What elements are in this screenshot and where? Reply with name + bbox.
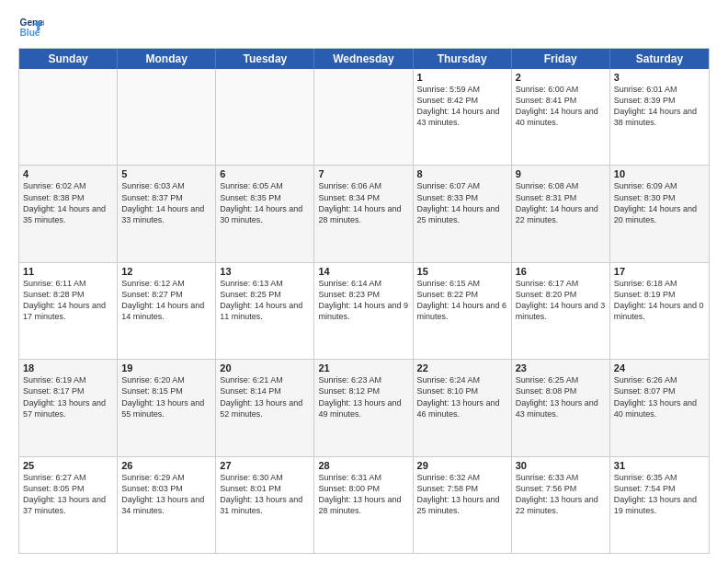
- cell-info: Sunrise: 6:02 AMSunset: 8:38 PMDaylight:…: [23, 180, 113, 225]
- logo: General Blue: [18, 15, 44, 40]
- calendar-cell: 18 Sunrise: 6:19 AMSunset: 8:17 PMDaylig…: [19, 360, 118, 455]
- day-number: 22: [417, 362, 507, 373]
- day-number: 19: [121, 362, 211, 373]
- cell-info: Sunrise: 6:01 AMSunset: 8:39 PMDaylight:…: [614, 84, 705, 129]
- calendar-cell: 7 Sunrise: 6:06 AMSunset: 8:34 PMDayligh…: [314, 166, 413, 261]
- cell-info: Sunrise: 6:19 AMSunset: 8:17 PMDaylight:…: [23, 374, 113, 419]
- day-number: 8: [417, 168, 507, 179]
- cell-info: Sunrise: 6:03 AMSunset: 8:37 PMDaylight:…: [121, 180, 211, 225]
- calendar-cell: 6 Sunrise: 6:05 AMSunset: 8:35 PMDayligh…: [216, 166, 314, 261]
- day-number: 13: [220, 266, 310, 277]
- cell-info: Sunrise: 6:31 AMSunset: 8:00 PMDaylight:…: [318, 472, 408, 517]
- calendar-cell: 9 Sunrise: 6:08 AMSunset: 8:31 PMDayligh…: [512, 166, 610, 261]
- cell-info: Sunrise: 6:12 AMSunset: 8:27 PMDaylight:…: [121, 278, 211, 323]
- calendar-cell: 4 Sunrise: 6:02 AMSunset: 8:38 PMDayligh…: [19, 166, 118, 261]
- day-number: 12: [121, 266, 211, 277]
- cell-info: Sunrise: 6:15 AMSunset: 8:22 PMDaylight:…: [417, 278, 507, 323]
- calendar-cell: 28 Sunrise: 6:31 AMSunset: 8:00 PMDaylig…: [314, 457, 413, 553]
- day-number: 20: [220, 362, 310, 373]
- cell-info: Sunrise: 6:05 AMSunset: 8:35 PMDaylight:…: [220, 180, 310, 225]
- day-number: 23: [516, 362, 606, 373]
- calendar-week-3: 11 Sunrise: 6:11 AMSunset: 8:28 PMDaylig…: [19, 263, 709, 360]
- calendar-cell: 5 Sunrise: 6:03 AMSunset: 8:37 PMDayligh…: [118, 166, 216, 261]
- day-number: 6: [220, 168, 310, 179]
- calendar-cell: 15 Sunrise: 6:15 AMSunset: 8:22 PMDaylig…: [414, 263, 512, 359]
- cell-info: Sunrise: 6:08 AMSunset: 8:31 PMDaylight:…: [516, 180, 606, 225]
- day-number: 27: [220, 460, 310, 471]
- day-number: 11: [23, 266, 113, 277]
- cell-info: Sunrise: 6:11 AMSunset: 8:28 PMDaylight:…: [23, 278, 113, 323]
- day-number: 1: [417, 72, 507, 83]
- day-number: 26: [121, 460, 211, 471]
- calendar-cell: 14 Sunrise: 6:14 AMSunset: 8:23 PMDaylig…: [314, 263, 413, 359]
- day-number: 30: [516, 460, 606, 471]
- calendar-cell: 20 Sunrise: 6:21 AMSunset: 8:14 PMDaylig…: [216, 360, 314, 455]
- day-number: 18: [23, 362, 113, 373]
- cell-info: Sunrise: 6:00 AMSunset: 8:41 PMDaylight:…: [516, 84, 606, 129]
- day-number: 31: [614, 460, 705, 471]
- calendar-page: General Blue SundayMondayTuesdayWednesda…: [0, 0, 728, 563]
- cell-info: Sunrise: 6:23 AMSunset: 8:12 PMDaylight:…: [318, 374, 408, 419]
- cell-info: Sunrise: 6:25 AMSunset: 8:08 PMDaylight:…: [516, 374, 606, 419]
- cell-info: Sunrise: 6:27 AMSunset: 8:05 PMDaylight:…: [23, 472, 113, 517]
- cell-info: Sunrise: 6:20 AMSunset: 8:15 PMDaylight:…: [121, 374, 211, 419]
- day-number: 24: [614, 362, 705, 373]
- calendar-cell: 13 Sunrise: 6:13 AMSunset: 8:25 PMDaylig…: [216, 263, 314, 359]
- day-number: 15: [417, 266, 507, 277]
- day-number: 14: [318, 266, 408, 277]
- calendar-cell: 11 Sunrise: 6:11 AMSunset: 8:28 PMDaylig…: [19, 263, 118, 359]
- day-number: 4: [23, 168, 113, 179]
- day-number: 3: [614, 72, 705, 83]
- cell-info: Sunrise: 5:59 AMSunset: 8:42 PMDaylight:…: [417, 84, 507, 129]
- calendar-week-1: 1 Sunrise: 5:59 AMSunset: 8:42 PMDayligh…: [19, 69, 709, 166]
- calendar-week-2: 4 Sunrise: 6:02 AMSunset: 8:38 PMDayligh…: [19, 166, 709, 262]
- cell-info: Sunrise: 6:26 AMSunset: 8:07 PMDaylight:…: [614, 374, 705, 419]
- calendar-cell: 10 Sunrise: 6:09 AMSunset: 8:30 PMDaylig…: [610, 166, 709, 261]
- calendar-cell: [216, 69, 314, 165]
- calendar-cell: 25 Sunrise: 6:27 AMSunset: 8:05 PMDaylig…: [19, 457, 118, 553]
- calendar-cell: 23 Sunrise: 6:25 AMSunset: 8:08 PMDaylig…: [512, 360, 610, 455]
- day-number: 2: [516, 72, 606, 83]
- calendar-cell: 2 Sunrise: 6:00 AMSunset: 8:41 PMDayligh…: [512, 69, 610, 165]
- day-number: 10: [614, 168, 705, 179]
- calendar-cell: 19 Sunrise: 6:20 AMSunset: 8:15 PMDaylig…: [118, 360, 216, 455]
- header-day-monday: Monday: [118, 49, 216, 69]
- header-day-saturday: Saturday: [610, 49, 709, 69]
- calendar-body: 1 Sunrise: 5:59 AMSunset: 8:42 PMDayligh…: [19, 69, 709, 553]
- cell-info: Sunrise: 6:21 AMSunset: 8:14 PMDaylight:…: [220, 374, 310, 419]
- day-number: 9: [516, 168, 606, 179]
- calendar-cell: 8 Sunrise: 6:07 AMSunset: 8:33 PMDayligh…: [414, 166, 512, 261]
- header-day-sunday: Sunday: [19, 49, 118, 69]
- day-number: 16: [516, 266, 606, 277]
- cell-info: Sunrise: 6:09 AMSunset: 8:30 PMDaylight:…: [614, 180, 705, 225]
- day-number: 25: [23, 460, 113, 471]
- calendar-header: SundayMondayTuesdayWednesdayThursdayFrid…: [19, 49, 709, 69]
- calendar-cell: 3 Sunrise: 6:01 AMSunset: 8:39 PMDayligh…: [610, 69, 709, 165]
- logo-icon: General Blue: [18, 15, 44, 40]
- cell-info: Sunrise: 6:07 AMSunset: 8:33 PMDaylight:…: [417, 180, 507, 225]
- calendar-cell: [19, 69, 118, 165]
- cell-info: Sunrise: 6:32 AMSunset: 7:58 PMDaylight:…: [417, 472, 507, 517]
- day-number: 7: [318, 168, 408, 179]
- cell-info: Sunrise: 6:13 AMSunset: 8:25 PMDaylight:…: [220, 278, 310, 323]
- calendar-cell: 22 Sunrise: 6:24 AMSunset: 8:10 PMDaylig…: [414, 360, 512, 455]
- day-number: 5: [121, 168, 211, 179]
- calendar-cell: 21 Sunrise: 6:23 AMSunset: 8:12 PMDaylig…: [314, 360, 413, 455]
- calendar-cell: 30 Sunrise: 6:33 AMSunset: 7:56 PMDaylig…: [512, 457, 610, 553]
- cell-info: Sunrise: 6:17 AMSunset: 8:20 PMDaylight:…: [516, 278, 606, 323]
- cell-info: Sunrise: 6:24 AMSunset: 8:10 PMDaylight:…: [417, 374, 507, 419]
- day-number: 28: [318, 460, 408, 471]
- calendar-week-5: 25 Sunrise: 6:27 AMSunset: 8:05 PMDaylig…: [19, 457, 709, 553]
- calendar-cell: 26 Sunrise: 6:29 AMSunset: 8:03 PMDaylig…: [118, 457, 216, 553]
- calendar: SundayMondayTuesdayWednesdayThursdayFrid…: [18, 48, 710, 554]
- cell-info: Sunrise: 6:35 AMSunset: 7:54 PMDaylight:…: [614, 472, 705, 517]
- calendar-cell: [118, 69, 216, 165]
- cell-info: Sunrise: 6:14 AMSunset: 8:23 PMDaylight:…: [318, 278, 408, 323]
- day-number: 21: [318, 362, 408, 373]
- calendar-cell: 31 Sunrise: 6:35 AMSunset: 7:54 PMDaylig…: [610, 457, 709, 553]
- calendar-cell: 16 Sunrise: 6:17 AMSunset: 8:20 PMDaylig…: [512, 263, 610, 359]
- header: General Blue: [18, 15, 710, 40]
- cell-info: Sunrise: 6:30 AMSunset: 8:01 PMDaylight:…: [220, 472, 310, 517]
- header-day-wednesday: Wednesday: [314, 49, 413, 69]
- cell-info: Sunrise: 6:06 AMSunset: 8:34 PMDaylight:…: [318, 180, 408, 225]
